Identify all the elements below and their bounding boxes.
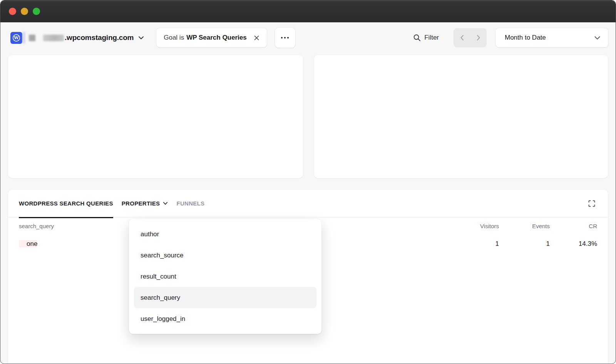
menu-item-result-count[interactable]: result_count [134,266,316,287]
svg-text:W: W [13,35,19,40]
redacted-favicon [29,35,35,41]
tab-properties-label: PROPERTIES [122,200,160,207]
more-filters-button[interactable] [275,28,295,48]
goal-filter-chip[interactable]: Goal is WP Search Queries [156,28,266,47]
row-visitors-value: 1 [449,240,499,248]
next-period-button[interactable] [470,28,487,47]
chevron-down-icon [138,36,144,40]
site-domain-label: .wpcomstaging.com [65,33,134,42]
titlebar [0,0,616,22]
chevron-down-icon [594,36,601,40]
tab-funnels[interactable]: FUNNELS [176,190,204,217]
wordpress-logo-icon: W [10,32,22,44]
menu-item-user-logged-in[interactable]: user_logged_in [134,308,316,329]
row-events-value: 1 [499,240,550,248]
properties-dropdown-menu: author search_source result_count search… [129,219,321,334]
chevron-down-icon [163,202,168,205]
header-right: Filter Month to Date [413,28,608,47]
row-value-bar: one [19,240,37,247]
ellipsis-icon [281,37,289,38]
previous-period-button[interactable] [454,28,470,47]
filter-button[interactable]: Filter [413,34,439,42]
filter-label: Filter [424,34,439,42]
menu-item-author[interactable]: author [134,224,316,245]
minimize-window-button[interactable] [21,8,28,15]
date-range-label: Month to Date [505,34,546,42]
redacted-subdomain [43,35,64,41]
redacted-block [23,32,25,43]
column-header-cr: CR [550,223,597,229]
header: W .wpcomstaging.com Goal is WP Search Qu… [0,24,616,52]
zoom-window-button[interactable] [33,8,40,15]
date-range-select[interactable]: Month to Date [495,28,608,47]
tab-wordpress-search-queries[interactable]: WORDPRESS SEARCH QUERIES [19,190,113,217]
site-selector[interactable]: W .wpcomstaging.com [10,32,144,44]
goal-filter-value: WP Search Queries [186,34,247,42]
column-header-visitors: Visitors [449,223,499,229]
date-nav [454,28,487,47]
fullscreen-button[interactable] [587,199,596,208]
close-icon[interactable] [253,34,260,42]
close-window-button[interactable] [9,8,16,15]
column-header-events: Events [499,223,550,229]
menu-item-search-source[interactable]: search_source [134,245,316,266]
chart-panel-left [8,55,303,178]
app-window: W .wpcomstaging.com Goal is WP Search Qu… [0,0,616,364]
row-cr-value: 14.3% [550,240,597,248]
chart-panel-right [314,55,608,178]
tab-properties[interactable]: PROPERTIES [122,190,168,217]
expand-icon [588,200,596,207]
report-tabs: WORDPRESS SEARCH QUERIES PROPERTIES FUNN… [8,190,608,217]
search-icon [413,34,421,42]
menu-item-search-query[interactable]: search_query [134,287,316,308]
goal-filter-prefix: Goal is [164,34,184,42]
top-panels [8,55,608,178]
